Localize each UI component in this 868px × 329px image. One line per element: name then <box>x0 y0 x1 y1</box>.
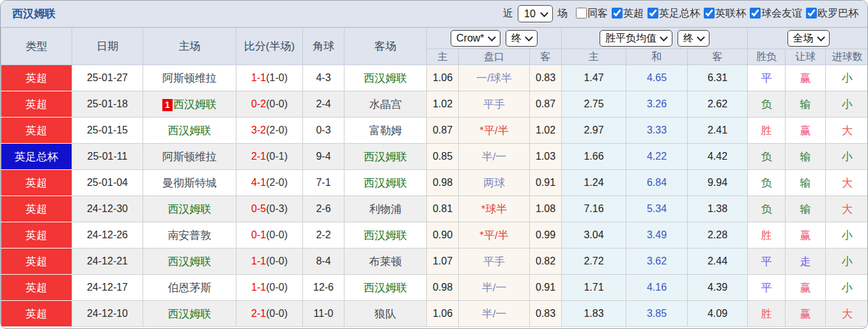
mean-away-value: 4.42 <box>688 144 748 170</box>
matches-table-body: 英超 25-01-27 阿斯顿维拉 1-1(1-0) 4-3 西汉姆联 1.06… <box>1 65 868 327</box>
handicap-result-value: 走 <box>786 249 826 275</box>
sub-header-odds-home: 主 <box>427 49 459 65</box>
mean-select[interactable]: 胜平负均值 <box>600 30 672 47</box>
handicap-line: 半/一 <box>459 301 530 327</box>
odds-home-value: 0.90 <box>427 222 459 249</box>
result-value: 胜 <box>748 118 786 144</box>
halftime-score: (0-0) <box>266 308 288 319</box>
scope-group-header: 全场 <box>748 28 868 49</box>
competition-badge: 英超 <box>1 196 72 222</box>
handicap-result-value: 赢 <box>786 65 826 91</box>
filter-checkbox-1[interactable] <box>612 8 623 19</box>
away-team-name: 西汉姆联 <box>364 282 407 294</box>
mean-home-value: 2.97 <box>562 118 626 144</box>
fulltime-score: 0-1 <box>251 229 266 240</box>
mean-home-value: 3.04 <box>562 222 626 249</box>
competition-badge: 英超 <box>1 275 72 301</box>
table-row: 英超 24-12-26 南安普敦 0-1(0-0) 2-2 西汉姆联 0.90 … <box>1 222 868 249</box>
handicap-line: *平/半 <box>459 222 530 249</box>
odds-home-value: 0.98 <box>427 275 459 301</box>
match-date: 24-12-10 <box>72 301 143 327</box>
home-team-name: 西汉姆联 <box>173 98 217 111</box>
halftime-score: (2-0) <box>266 125 288 135</box>
filter-label-0: 同客 <box>587 8 608 19</box>
goals-result-value: 小 <box>826 144 868 170</box>
matches-table: 类型 日期 主场 比分(半场) 角球 客场 Crow* 终 胜平负均值 终 <box>1 27 868 327</box>
away-team-name: 富勒姆 <box>369 125 402 137</box>
fulltime-score: 2-1 <box>251 308 266 319</box>
home-team-cell: 西汉姆联 <box>143 301 236 327</box>
handicap-line: 半/一 <box>459 144 530 170</box>
corners-value: 0-3 <box>303 118 345 144</box>
mean-select-wrap: 胜平负均值 <box>600 30 672 47</box>
home-team-cell: 1西汉姆联 <box>143 91 236 118</box>
match-date: 24-12-17 <box>72 275 143 301</box>
filter-checkbox-3[interactable] <box>704 8 715 19</box>
sub-header-mean-away: 客 <box>688 49 748 65</box>
handicap-result-value: 赢 <box>786 222 826 249</box>
odds-home-value: 0.98 <box>427 170 459 196</box>
match-date: 25-01-04 <box>72 170 143 196</box>
goals-result-value: 大 <box>826 118 868 144</box>
scope-select[interactable]: 全场 <box>787 30 830 47</box>
home-team-name: 阿斯顿维拉 <box>162 151 217 163</box>
table-row: 英超 25-01-27 阿斯顿维拉 1-1(1-0) 4-3 西汉姆联 1.06… <box>1 65 868 91</box>
handicap-line: 一/球半 <box>459 65 530 91</box>
score-cell: 2-1(0-0) <box>236 301 303 327</box>
home-team-cell: 西汉姆联 <box>143 118 236 144</box>
home-team-name: 西汉姆联 <box>168 256 212 268</box>
odds-time-select[interactable]: 终 <box>506 30 538 47</box>
away-team-cell: 西汉姆联 <box>345 144 427 170</box>
match-date: 25-01-11 <box>72 144 143 170</box>
competition-badge: 英超 <box>1 91 72 118</box>
odds-away-value: 1.02 <box>530 118 562 144</box>
mean-home-value: 1.24 <box>562 170 626 196</box>
table-row: 英超 24-12-30 西汉姆联 0-5(0-3) 2-6 利物浦 0.81 *… <box>1 196 868 222</box>
sub-header-mean-draw: 和 <box>626 49 688 65</box>
mean-group-header: 胜平负均值 终 <box>562 28 748 49</box>
match-count-select[interactable]: 10 <box>518 5 553 22</box>
handicap-result-value: 输 <box>786 144 826 170</box>
filter-checkbox-group: 同客英超英足总杯英联杯球会友谊欧罗巴杯 <box>572 7 858 20</box>
mean-home-value: 1.83 <box>562 301 626 327</box>
filter-checkbox-4[interactable] <box>750 8 761 19</box>
result-value: 平 <box>748 249 786 275</box>
sub-header-handicap-result: 让球 <box>786 49 826 65</box>
handicap-line: 平手 <box>459 91 530 118</box>
filter-checkbox-5[interactable] <box>806 8 817 19</box>
score-cell: 4-1(2-0) <box>236 170 303 196</box>
match-date: 25-01-15 <box>72 118 143 144</box>
filter-label-1: 英超 <box>623 8 644 19</box>
odds-away-value: 0.91 <box>530 275 562 301</box>
handicap-result-value: 输 <box>786 196 826 222</box>
away-team-cell: 富勒姆 <box>345 118 427 144</box>
filter-checkbox-2[interactable] <box>647 8 658 19</box>
goals-result-value: 大 <box>826 170 868 196</box>
col-header-type: 类型 <box>1 28 72 65</box>
odds-company-select[interactable]: Crow* <box>451 30 500 47</box>
away-team-name: 西汉姆联 <box>364 229 407 241</box>
filter-checkbox-0[interactable] <box>576 8 587 19</box>
goals-result-value: 小 <box>826 249 868 275</box>
mean-home-value: 1.66 <box>562 144 626 170</box>
odds-home-value: 1.06 <box>427 65 459 91</box>
mean-home-value: 2.75 <box>562 91 626 118</box>
corners-value: 12-6 <box>303 275 345 301</box>
handicap-line: *平/半 <box>459 118 530 144</box>
sub-header-goals: 进球数 <box>826 49 868 65</box>
mean-away-value: 9.94 <box>688 170 748 196</box>
mean-time-select[interactable]: 终 <box>678 30 709 47</box>
away-team-name: 布莱顿 <box>369 256 402 268</box>
filter-label-3: 英联杯 <box>715 8 746 19</box>
mean-draw-value: 4.22 <box>626 144 688 170</box>
odds-home-value: 1.02 <box>427 91 459 118</box>
mean-draw-value: 5.34 <box>626 196 688 222</box>
table-row: 英超 24-12-10 西汉姆联 2-1(0-0) 11-0 狼队 1.06 半… <box>1 301 868 327</box>
topbar: 西汉姆联 近 10 场 同客英超英足总杯英联杯球会友谊欧罗巴杯 <box>1 1 867 27</box>
match-date: 24-12-26 <box>72 222 143 249</box>
odds-home-value: 1.07 <box>427 249 459 275</box>
halftime-score: (2-0) <box>266 177 288 188</box>
home-team-name: 曼彻斯特城 <box>162 177 217 189</box>
odds-company-select-wrap: Crow* <box>451 30 500 47</box>
home-team-name: 南安普敦 <box>168 229 212 241</box>
